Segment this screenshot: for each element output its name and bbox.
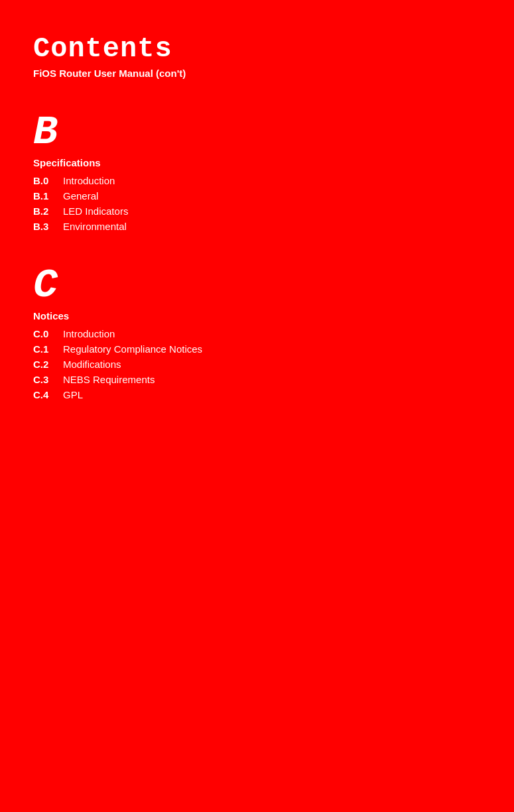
page-title: Contents (33, 33, 481, 65)
toc-item-label: GPL (63, 389, 83, 400)
toc-item: B.3Environmental (33, 221, 481, 232)
section-letter-b: B (33, 112, 481, 153)
toc-item-number: B.1 (33, 190, 63, 202)
toc-item-number: C.4 (33, 389, 63, 400)
page-subtitle: FiOS Router User Manual (con't) (33, 68, 481, 79)
toc-item-label: Introduction (63, 328, 115, 339)
toc-item: C.1Regulatory Compliance Notices (33, 343, 481, 355)
toc-item-number: C.1 (33, 343, 63, 355)
toc-item-label: Environmental (63, 221, 127, 232)
toc-item: B.0Introduction (33, 175, 481, 186)
section-letter-c: C (33, 265, 481, 306)
toc-item-number: B.2 (33, 205, 63, 217)
toc-item-label: LED Indicators (63, 205, 128, 217)
toc-item-label: Introduction (63, 175, 115, 186)
toc-item-label: General (63, 190, 98, 202)
section-heading-b: Specifications (33, 157, 481, 168)
toc-item: C.2Modifications (33, 359, 481, 370)
toc-item: C.3NEBS Requirements (33, 374, 481, 385)
toc-item: C.0Introduction (33, 328, 481, 339)
toc-item-number: B.0 (33, 175, 63, 186)
toc-item-number: C.3 (33, 374, 63, 385)
toc-item-number: B.3 (33, 221, 63, 232)
toc-item: B.2LED Indicators (33, 205, 481, 217)
toc-item: C.4GPL (33, 389, 481, 400)
toc-item-label: Regulatory Compliance Notices (63, 343, 202, 355)
toc-item: B.1General (33, 190, 481, 202)
section-heading-c: Notices (33, 310, 481, 321)
section-b: BSpecificationsB.0IntroductionB.1General… (33, 112, 481, 232)
toc-item-label: NEBS Requirements (63, 374, 155, 385)
section-c: CNoticesC.0IntroductionC.1Regulatory Com… (33, 265, 481, 400)
toc-item-label: Modifications (63, 359, 121, 370)
toc-item-number: C.2 (33, 359, 63, 370)
toc-item-number: C.0 (33, 328, 63, 339)
